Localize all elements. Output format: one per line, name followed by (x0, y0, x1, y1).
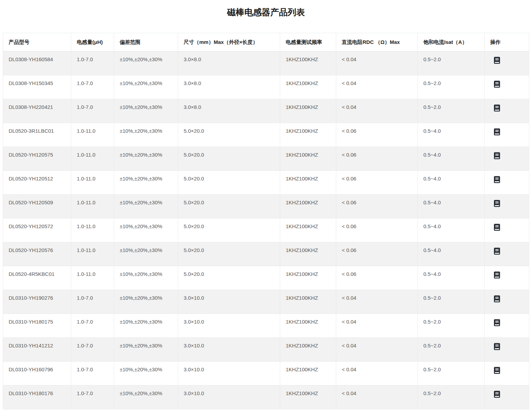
cell-inductance: 1.0-7.0 (71, 314, 114, 338)
column-header-test-freq: 电感量测试频率 (280, 33, 336, 52)
cell-rdc: < 0.06 (336, 147, 418, 171)
cell-inductance: 1.0-11.0 (71, 242, 114, 266)
column-header-size: 尺寸（mm）Max（外径×长度） (178, 33, 280, 52)
cell-isat: 0.5~2.0 (418, 75, 485, 99)
cell-size: 5.0×20.0 (178, 218, 280, 242)
cell-isat: 0.5~4.0 (418, 171, 485, 195)
header-row: 产品型号 电感量(μH) 偏差范围 尺寸（mm）Max（外径×长度） 电感量测试… (3, 33, 529, 52)
cell-rdc: < 0.06 (336, 242, 418, 266)
cell-inductance: 1.0-7.0 (71, 338, 114, 362)
cell-tolerance: ±10%,±20%,±30% (114, 218, 178, 242)
cell-isat: 0.5~4.0 (418, 195, 485, 218)
cell-rdc: < 0.06 (336, 123, 418, 147)
cell-test-freq: 1KHZ100KHZ (280, 99, 336, 123)
view-detail-button[interactable] (494, 367, 501, 374)
cell-test-freq: 1KHZ100KHZ (280, 195, 336, 218)
cell-model: DL0520-YH120575 (3, 147, 71, 171)
document-icon (494, 81, 501, 88)
cell-test-freq: 1KHZ100KHZ (280, 171, 336, 195)
view-detail-button[interactable] (494, 319, 501, 326)
view-detail-button[interactable] (494, 271, 501, 279)
cell-test-freq: 1KHZ100KHZ (280, 242, 336, 266)
view-detail-button[interactable] (494, 128, 501, 136)
cell-tolerance: ±10%,±20%,±30% (114, 385, 178, 409)
table-header: 产品型号 电感量(μH) 偏差范围 尺寸（mm）Max（外径×长度） 电感量测试… (3, 33, 529, 52)
table-row: DL0310-YH160796 1.0-7.0 ±10%,±20%,±30% 3… (3, 362, 529, 385)
cell-action (485, 147, 529, 171)
table-row: DL0520-YH120575 1.0-11.0 ±10%,±20%,±30% … (3, 147, 529, 171)
column-header-rdc: 直流电阻RDC （Ω）Max (336, 33, 418, 52)
cell-tolerance: ±10%,±20%,±30% (114, 338, 178, 362)
cell-size: 5.0×20.0 (178, 147, 280, 171)
view-detail-button[interactable] (494, 152, 501, 159)
cell-isat: 0.5~2.0 (418, 52, 485, 75)
cell-test-freq: 1KHZ100KHZ (280, 338, 336, 362)
cell-model: DL0310-YH180176 (3, 385, 71, 409)
cell-test-freq: 1KHZ100KHZ (280, 362, 336, 385)
page-title: 磁棒电感器产品列表 (0, 7, 532, 17)
cell-action (485, 362, 529, 385)
cell-model: DL0520-YH120572 (3, 218, 71, 242)
cell-model: DL0520-YH120512 (3, 171, 71, 195)
cell-isat: 0.5~2.0 (418, 290, 485, 314)
document-icon (494, 343, 501, 350)
view-detail-button[interactable] (494, 81, 501, 88)
cell-inductance: 1.0-7.0 (71, 362, 114, 385)
cell-action (485, 266, 529, 290)
table-row: DL0308-YH160584 1.0-7.0 ±10%,±20%,±30% 3… (3, 52, 529, 75)
cell-action (485, 75, 529, 99)
table-row: DL0520-YH120576 1.0-11.0 ±10%,±20%,±30% … (3, 242, 529, 266)
cell-action (485, 338, 529, 362)
document-icon (494, 200, 501, 207)
table-row: DL0310-YH180176 1.0-7.0 ±10%,±20%,±30% 3… (3, 385, 529, 409)
cell-size: 3.0×8.0 (178, 52, 280, 75)
cell-model: DL0520-YH120576 (3, 242, 71, 266)
cell-tolerance: ±10%,±20%,±30% (114, 147, 178, 171)
column-header-action: 操作 (485, 33, 529, 52)
view-detail-button[interactable] (494, 224, 501, 231)
cell-test-freq: 1KHZ100KHZ (280, 75, 336, 99)
cell-size: 3.0×8.0 (178, 75, 280, 99)
cell-model: DL0520-YH120509 (3, 195, 71, 218)
cell-rdc: < 0.04 (336, 385, 418, 409)
cell-model: DL0308-YH220421 (3, 99, 71, 123)
cell-model: DL0308-YH160584 (3, 52, 71, 75)
table-row: DL0520-4R5KBC01 1.0-11.0 ±10%,±20%,±30% … (3, 266, 529, 290)
view-detail-button[interactable] (494, 248, 501, 255)
document-icon (494, 248, 501, 255)
cell-size: 3.0×10.0 (178, 290, 280, 314)
cell-test-freq: 1KHZ100KHZ (280, 266, 336, 290)
cell-rdc: < 0.06 (336, 171, 418, 195)
view-detail-button[interactable] (494, 200, 501, 207)
cell-isat: 0.5~2.0 (418, 362, 485, 385)
view-detail-button[interactable] (494, 104, 501, 112)
cell-model: DL0310-YH160796 (3, 362, 71, 385)
table-body: DL0308-YH160584 1.0-7.0 ±10%,±20%,±30% 3… (3, 52, 529, 409)
cell-action (485, 218, 529, 242)
cell-size: 5.0×20.0 (178, 171, 280, 195)
document-icon (494, 271, 501, 279)
cell-inductance: 1.0-11.0 (71, 123, 114, 147)
view-detail-button[interactable] (494, 295, 501, 302)
view-detail-button[interactable] (494, 343, 501, 350)
cell-inductance: 1.0-11.0 (71, 147, 114, 171)
cell-size: 3.0×10.0 (178, 362, 280, 385)
cell-action (485, 290, 529, 314)
cell-rdc: < 0.04 (336, 338, 418, 362)
cell-isat: 0.5~2.0 (418, 99, 485, 123)
view-detail-button[interactable] (494, 176, 501, 183)
cell-rdc: < 0.04 (336, 52, 418, 75)
document-icon (494, 319, 501, 326)
cell-test-freq: 1KHZ100KHZ (280, 147, 336, 171)
view-detail-button[interactable] (494, 391, 501, 398)
cell-isat: 0.5~4.0 (418, 147, 485, 171)
cell-action (485, 123, 529, 147)
cell-tolerance: ±10%,±20%,±30% (114, 171, 178, 195)
document-icon (494, 295, 501, 302)
view-detail-button[interactable] (494, 57, 501, 64)
cell-size: 3.0×10.0 (178, 338, 280, 362)
cell-inductance: 1.0-7.0 (71, 385, 114, 409)
document-icon (494, 57, 501, 64)
cell-isat: 0.5~4.0 (418, 266, 485, 290)
table-row: DL0520-3R1LBC01 1.0-11.0 ±10%,±20%,±30% … (3, 123, 529, 147)
